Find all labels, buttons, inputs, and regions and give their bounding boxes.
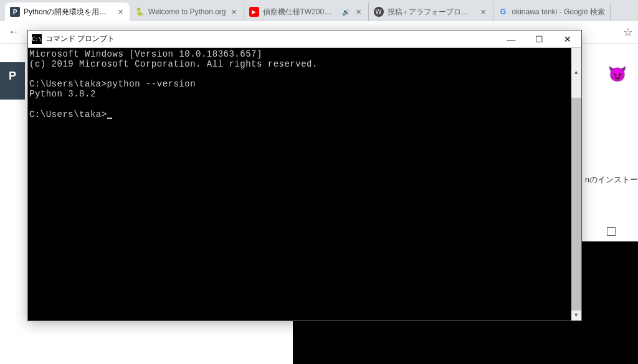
cmd-app-icon: C:\ (32, 34, 42, 44)
cmd-line: Microsoft Windows [Version 10.0.18363.65… (29, 49, 262, 59)
cmd-titlebar[interactable]: C:\ コマンド プロンプト — ☐ ✕ (28, 30, 581, 48)
cmd-cursor (107, 118, 112, 119)
tab-title: Welcome to Python.org (148, 7, 226, 16)
tab-close-icon[interactable]: ✕ (116, 7, 125, 16)
tab-title: 偵察機仕様TW200整備記 (263, 7, 338, 17)
tab-favicon-progate-icon: P (10, 7, 20, 17)
mascot-icon: 😈 (608, 65, 627, 84)
progate-logo-icon[interactable]: P (9, 70, 16, 83)
browser-tab-0[interactable]: P Pythonの開発環境を用意しよう！ ✕ (5, 2, 130, 21)
cmd-minimize-button[interactable]: — (497, 30, 525, 47)
tab-close-icon[interactable]: ✕ (230, 7, 239, 16)
cmd-window-title: コマンド プロンプト (45, 34, 115, 44)
browser-tab-3[interactable]: W 投稿 ‹ アラフォープログラミング初心 ✕ (369, 2, 493, 21)
tab-close-icon[interactable]: ✕ (479, 7, 488, 16)
tab-title: 投稿 ‹ アラフォープログラミング初心 (388, 7, 475, 17)
tab-audio-icon[interactable]: 🔊 (342, 9, 351, 16)
cmd-close-button[interactable]: ✕ (553, 30, 581, 47)
cmd-line: (c) 2019 Microsoft Corporation. All righ… (29, 59, 318, 69)
cmd-terminal-body[interactable]: Microsoft Windows [Version 10.0.18363.65… (28, 48, 581, 320)
cmd-prompt-line: C:\Users\taka> (29, 110, 107, 119)
cmd-scrollbar[interactable]: ▲ ▼ (571, 48, 581, 320)
tab-favicon-youtube-icon: ▶ (249, 7, 259, 17)
bookmark-star-icon[interactable]: ☆ (623, 26, 633, 39)
tab-favicon-google-icon: G (498, 7, 508, 17)
cmd-window-controls: — ☐ ✕ (497, 30, 581, 47)
cmd-line: Python 3.8.2 (29, 89, 96, 99)
browser-tab-4[interactable]: G okinawa tenki - Google 検索 (493, 2, 611, 21)
scroll-down-icon[interactable]: ▼ (571, 310, 581, 320)
progate-sidebar: P (0, 62, 25, 100)
cmd-maximize-button[interactable]: ☐ (525, 30, 553, 47)
scroll-up-icon[interactable]: ▲ (571, 68, 581, 78)
command-prompt-window: C:\ コマンド プロンプト — ☐ ✕ Microsoft Windows [… (27, 30, 582, 321)
cmd-line: C:\Users\taka>python --version (29, 79, 196, 89)
scroll-thumb[interactable] (571, 98, 581, 315)
browser-tab-1[interactable]: 🐍 Welcome to Python.org ✕ (130, 2, 244, 21)
nav-back-button[interactable]: ← (5, 24, 22, 41)
tab-favicon-wordpress-icon: W (374, 7, 384, 17)
tab-title: Pythonの開発環境を用意しよう！ (24, 7, 112, 17)
tab-favicon-python-icon: 🐍 (135, 7, 145, 17)
tab-close-icon[interactable]: ✕ (355, 7, 363, 16)
browser-tab-strip: P Pythonの開発環境を用意しよう！ ✕ 🐍 Welcome to Pyth… (0, 0, 638, 21)
tab-title: okinawa tenki - Google 検索 (512, 7, 605, 17)
browser-tab-2[interactable]: ▶ 偵察機仕様TW200整備記 🔊 ✕ (244, 2, 369, 21)
page-text-fragment: nのインストー (585, 174, 638, 185)
maximize-icon[interactable] (607, 227, 616, 236)
